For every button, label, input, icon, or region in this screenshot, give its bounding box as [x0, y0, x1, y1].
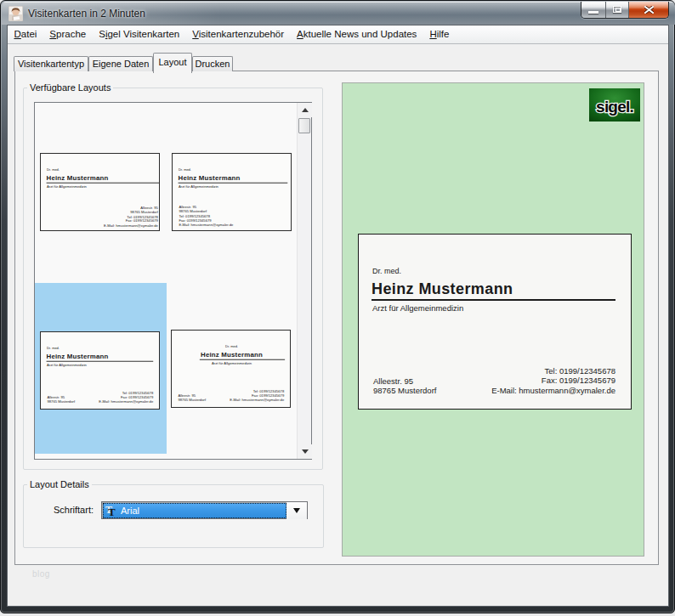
menu-sprache[interactable]: Sprache — [43, 25, 93, 44]
card-contact-block-right: Alleestr. 95 98765 Musterdorf Tel: 0199/… — [179, 205, 233, 226]
layout-list-scrollbar[interactable] — [297, 103, 311, 459]
card-name: Heinz Mustermann — [47, 353, 109, 360]
sigel-logo-image: sigel. — [589, 88, 640, 122]
layout-thumbnail-1[interactable]: Dr. med. Heinz Mustermann Arzt für Allge… — [40, 153, 160, 231]
card-preview: Dr. med. Heinz Mustermann Arzt für Allge… — [358, 234, 632, 410]
caption-buttons — [581, 2, 669, 19]
arrow-down-icon — [302, 449, 309, 454]
minimize-icon — [588, 11, 598, 14]
card-name-rule — [47, 183, 160, 184]
layout-thumbnail-3-selected[interactable]: Dr. med. Heinz Mustermann Arzt für Allge… — [40, 331, 160, 410]
business-card: Dr. med. Heinz Mustermann Arzt für Allge… — [41, 332, 160, 410]
close-icon — [644, 6, 654, 14]
window-client-area: Datei Sprache Sigel Visitenkarten Visite… — [7, 25, 669, 607]
menu-datei[interactable]: Datei — [8, 25, 43, 44]
card-address-block: Alleestr. 95 98765 Musterdorf — [373, 376, 436, 396]
menu-hilfe[interactable]: Hilfe — [423, 25, 456, 44]
layout-thumbnail-2[interactable]: Dr. med. Heinz Mustermann Arzt für Allge… — [172, 153, 292, 231]
tab-drucken[interactable]: Drucken — [192, 56, 233, 71]
layout-list[interactable]: Dr. med. Heinz Mustermann Arzt für Allge… — [34, 102, 312, 460]
sigel-logo-text: sigel. — [596, 98, 633, 116]
maximize-button[interactable] — [606, 2, 629, 18]
truetype-icon-front: T — [108, 506, 116, 519]
card-name-rule — [372, 299, 615, 301]
business-card: Dr. med. Heinz Mustermann Arzt für Allge… — [359, 235, 632, 410]
scrollbar-thumb[interactable] — [298, 118, 310, 133]
truetype-icon: TT — [105, 505, 117, 517]
card-tel: Tel: 0199/12345678 — [491, 366, 615, 376]
tab-layout[interactable]: Layout — [153, 53, 192, 73]
card-address-block: Alleestr. 95 98765 Musterdorf — [47, 395, 75, 404]
card-name-rule — [179, 183, 288, 184]
scroll-down-button[interactable] — [298, 444, 312, 459]
card-profession: Arzt für Allgemeinmedizin — [372, 303, 463, 313]
business-card: Dr. med. Heinz Mustermann Arzt für Allge… — [173, 154, 292, 231]
app-icon — [9, 6, 23, 21]
menu-visitenkartenzubehoer[interactable]: Visitenkartenzubehör — [186, 25, 291, 44]
card-contact-block-right: Alleestr. 95 98765 Musterdorf Tel: 0199/… — [104, 206, 158, 227]
card-name: Heinz Mustermann — [179, 174, 241, 182]
tab-eigene-daten[interactable]: Eigene Daten — [88, 56, 153, 71]
close-button[interactable] — [629, 2, 668, 18]
menu-bar: Datei Sprache Sigel Visitenkarten Visite… — [8, 25, 668, 44]
maximize-icon — [613, 6, 621, 13]
business-card: Dr. med. Heinz Mustermann Arzt für Allge… — [41, 154, 160, 231]
card-contact-block: Tel: 0199/12345678 Fax: 0199/12345679 E-… — [491, 366, 615, 395]
card-email: E-Mail: hmustermann@xymaler.de — [491, 386, 615, 395]
card-honorific: Dr. med. — [179, 168, 191, 172]
card-preview-panel: sigel. Dr. med. Heinz Mustermann Arzt fü… — [342, 82, 644, 557]
business-card: Dr. med. Heinz Mustermann Arzt für Allge… — [172, 331, 291, 408]
layout-thumbnail-4[interactable]: Dr. med. Heinz Mustermann Arzt für Allge… — [171, 330, 291, 408]
tab-visitenkartentyp[interactable]: Visitenkartentyp — [14, 56, 88, 71]
font-label: Schriftart: — [33, 505, 94, 516]
font-combobox-dropdown-button[interactable] — [286, 502, 307, 519]
card-profession: Arzt für Allgemeinmedizin — [179, 184, 218, 189]
card-name-rule — [47, 361, 154, 362]
layout-details-label: Layout Details — [27, 479, 92, 490]
card-email: E-Mail: hmustermann@xymaler.de — [179, 223, 233, 227]
card-address-block: Alleestr. 95 98765 Musterdorf — [178, 393, 206, 402]
sigel-logo: sigel. — [589, 88, 640, 122]
card-city: 98765 Musterdorf — [178, 398, 206, 402]
card-street: Alleestr. 95 — [373, 376, 436, 386]
card-profession: Arzt für Allgemeinmedizin — [172, 361, 291, 365]
window-title: Visitenkarten in 2 Minuten — [28, 7, 145, 20]
card-email: E-Mail: hmustermann@xymaler.de — [230, 398, 284, 402]
card-city: 98765 Musterdorf — [47, 399, 75, 404]
card-profession: Arzt für Allgemeinmedizin — [47, 184, 87, 189]
card-contact-block: Tel: 0199/12345678 Fax: 0199/12345679 E-… — [99, 391, 153, 404]
minimize-button[interactable] — [581, 2, 606, 18]
titlebar: Visitenkarten in 2 Minuten — [2, 2, 675, 25]
card-email: E-Mail: hmustermann@xymaler.de — [99, 399, 153, 404]
available-layouts-label: Verfügbare Layouts — [27, 82, 113, 93]
arrow-up-icon — [302, 108, 309, 112]
app-window: Visitenkarten in 2 Minuten Datei Sprac — [0, 0, 675, 613]
card-name: Heinz Mustermann — [47, 174, 109, 182]
card-profession: Arzt für Allgemeinmedizin — [47, 363, 87, 367]
menu-sigel-visitenkarten[interactable]: Sigel Visitenkarten — [93, 25, 186, 44]
card-honorific: Dr. med. — [47, 347, 60, 350]
watermark-text: blog — [32, 569, 50, 579]
card-honorific: Dr. med. — [372, 267, 401, 275]
dropdown-arrow-icon — [293, 508, 300, 513]
card-city: 98765 Musterdorf — [373, 386, 436, 395]
button-sheen — [581, 2, 605, 8]
card-fax: Fax: 0199/12345679 — [491, 376, 615, 385]
card-name: Heinz Mustermann — [372, 280, 513, 297]
font-combobox-value: Arial — [121, 506, 139, 516]
card-email: E-Mail: hmustermann@xymaler.de — [104, 223, 158, 228]
card-name-rule — [200, 359, 285, 360]
card-name: Heinz Mustermann — [172, 351, 291, 359]
card-contact-block: Tel: 0199/12345678 Fax: 0199/12345679 E-… — [230, 389, 284, 402]
font-combobox[interactable]: TT Arial — [101, 501, 308, 519]
app-icon-image — [9, 6, 23, 21]
card-honorific: Dr. med. — [47, 168, 60, 172]
menu-aktuelle-news[interactable]: Aktuelle News und Updates — [291, 25, 423, 44]
scroll-up-button[interactable] — [298, 103, 312, 117]
font-combobox-selection: TT Arial — [103, 503, 286, 518]
card-honorific: Dr. med. — [172, 345, 291, 348]
